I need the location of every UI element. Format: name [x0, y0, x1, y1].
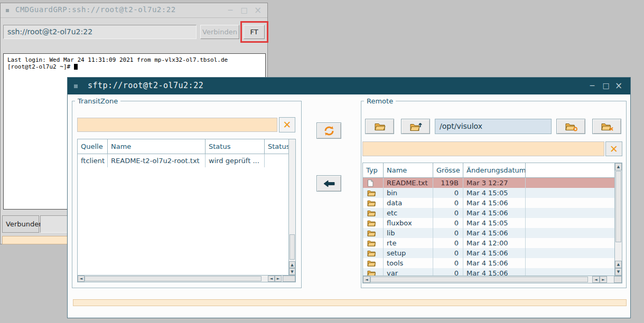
- vertical-scrollbar[interactable]: ▲ ▲ ▼: [614, 163, 622, 276]
- sync-icon: [323, 126, 335, 136]
- size-cell: 0: [433, 228, 463, 238]
- scroll-down-button[interactable]: ▼: [289, 268, 295, 275]
- column-header-groesse[interactable]: Grösse: [433, 163, 463, 177]
- spacer-cell: [526, 228, 614, 238]
- horizontal-scrollbar[interactable]: ◄ ◄ ►: [78, 275, 295, 282]
- date-cell: Mar 4 15:05: [463, 188, 526, 198]
- scroll-up-button[interactable]: ▲: [615, 261, 622, 268]
- close-icon[interactable]: ×: [253, 5, 263, 16]
- spacer-cell: [526, 218, 614, 228]
- table-row[interactable]: lib0Mar 4 15:06: [363, 228, 614, 238]
- folder-icon: [367, 200, 376, 206]
- name-cell: tools: [384, 258, 433, 268]
- status-cell: wird geprüft ...: [206, 154, 265, 167]
- transit-filter-input[interactable]: [77, 118, 277, 132]
- remote-table-header: Typ Name Grösse Änderungsdatum: [363, 163, 622, 178]
- spacer-cell: [526, 258, 614, 268]
- scroll-up-button[interactable]: ▲: [289, 261, 295, 268]
- folder-icon: [374, 122, 386, 131]
- column-header-status[interactable]: Status: [206, 139, 265, 154]
- scroll-right-button[interactable]: ►: [275, 276, 282, 282]
- date-cell: Mar 4 12:00: [463, 238, 526, 248]
- sftp-titlebar[interactable]: sftp://root@t2-ol7u2:22 ─ □ ×: [68, 78, 630, 94]
- status2-cell: [265, 154, 288, 167]
- scroll-left-button[interactable]: ◄: [268, 276, 275, 282]
- folder-icon: [367, 220, 376, 226]
- table-row[interactable]: rte0Mar 4 12:00: [363, 238, 614, 248]
- app-icon: [6, 9, 9, 12]
- table-row[interactable]: data0Mar 4 15:06: [363, 198, 614, 208]
- folder-delete-icon: [601, 122, 613, 131]
- ft-button[interactable]: FT: [244, 25, 265, 39]
- column-header-status2[interactable]: Status: [265, 139, 288, 154]
- folder-refresh-icon: [565, 122, 577, 131]
- sync-button[interactable]: [316, 122, 341, 139]
- transfer-left-button[interactable]: [316, 175, 341, 192]
- name-cell: setup: [384, 248, 433, 258]
- terminal-line: Last login: Wed Mar 24 11:31:09 2021 fro…: [7, 56, 262, 63]
- transit-clear-button[interactable]: ✕: [279, 117, 295, 132]
- maximize-icon[interactable]: □: [239, 5, 249, 16]
- ssh-address-field[interactable]: ssh://root@t2-ol7u2:22: [3, 25, 197, 39]
- column-header-name[interactable]: Name: [108, 139, 206, 154]
- table-row[interactable]: ftclientREADME-t2-ol7u2-root.txtwird gep…: [78, 154, 288, 167]
- folder-icon: [367, 270, 376, 276]
- scroll-thumb[interactable]: [85, 276, 262, 281]
- folder-icon: [367, 230, 376, 236]
- name-cell: bin: [384, 188, 433, 198]
- transit-table: Quelle Name Status Status ftclientREADME…: [77, 139, 296, 282]
- table-row[interactable]: bin0Mar 4 15:05: [363, 188, 614, 198]
- column-header-quelle[interactable]: Quelle: [78, 139, 108, 154]
- spacer-cell: [526, 188, 614, 198]
- close-icon[interactable]: ×: [613, 81, 624, 91]
- clear-x-icon: ✕: [610, 144, 618, 154]
- maximize-icon[interactable]: □: [601, 81, 611, 91]
- name-cell: README-t2-ol7u2-root.txt: [108, 154, 206, 167]
- scroll-left-button[interactable]: ◄: [363, 276, 370, 283]
- size-cell: 0: [433, 258, 463, 268]
- transit-table-body: ftclientREADME-t2-ol7u2-root.txtwird gep…: [78, 154, 288, 275]
- transit-table-header: Quelle Name Status Status: [78, 139, 295, 154]
- date-cell: Mar 4 15:06: [463, 268, 526, 276]
- quelle-cell: ftclient: [78, 154, 108, 167]
- app-icon: [74, 84, 78, 88]
- table-row[interactable]: var0Mar 4 15:06: [363, 268, 614, 276]
- connect-button[interactable]: Verbinden: [200, 25, 239, 39]
- type-cell: [363, 228, 384, 238]
- column-header-name[interactable]: Name: [384, 163, 433, 177]
- minimize-icon[interactable]: ─: [587, 81, 598, 91]
- column-header-aenderungsdatum[interactable]: Änderungsdatum: [463, 163, 526, 177]
- horizontal-scrollbar[interactable]: ◄ ◄ ►: [363, 276, 622, 283]
- folder-up-button[interactable]: [401, 119, 430, 134]
- table-row[interactable]: setup0Mar 4 15:06: [363, 248, 614, 258]
- ft-button-highlight: FT: [240, 21, 268, 43]
- transitzone-label: TransitZone: [75, 97, 120, 105]
- folder-open-button[interactable]: [365, 119, 394, 134]
- remote-clear-button[interactable]: ✕: [605, 141, 622, 156]
- remote-filter-input[interactable]: [362, 141, 604, 156]
- remote-path-field[interactable]: /opt/visulox: [435, 119, 552, 134]
- name-cell: rte: [384, 238, 433, 248]
- spacer-cell: [526, 198, 614, 208]
- name-cell: README.txt: [384, 178, 433, 188]
- scroll-left-button[interactable]: ◄: [592, 276, 600, 283]
- table-row[interactable]: fluxbox0Mar 4 15:05: [363, 218, 614, 228]
- folder-refresh-button[interactable]: [556, 119, 585, 134]
- minimize-icon[interactable]: ─: [225, 5, 236, 16]
- table-row[interactable]: etc0Mar 4 15:06: [363, 208, 614, 218]
- scroll-left-button[interactable]: ◄: [78, 276, 85, 282]
- vertical-scrollbar[interactable]: ▲ ▼: [288, 139, 295, 275]
- folder-delete-button[interactable]: [592, 119, 621, 134]
- scroll-up-button[interactable]: ▲: [615, 163, 622, 170]
- table-row[interactable]: tools0Mar 4 15:06: [363, 258, 614, 268]
- scroll-right-button[interactable]: ►: [600, 276, 607, 283]
- scroll-thumb[interactable]: [370, 277, 588, 282]
- scroll-thumb[interactable]: [615, 171, 621, 242]
- remote-table: Typ Name Grösse Änderungsdatum README.tx…: [362, 163, 622, 283]
- column-header-typ[interactable]: Typ: [363, 163, 384, 177]
- ssh-titlebar[interactable]: CMDGuardGRP:ssh://root@t2-ol7u2:22 ─ □ ×: [1, 3, 267, 18]
- scroll-thumb[interactable]: [290, 234, 295, 260]
- scroll-down-button[interactable]: ▼: [615, 268, 622, 276]
- name-cell: fluxbox: [384, 218, 433, 228]
- table-row[interactable]: README.txt119BMar 3 12:27: [363, 178, 614, 188]
